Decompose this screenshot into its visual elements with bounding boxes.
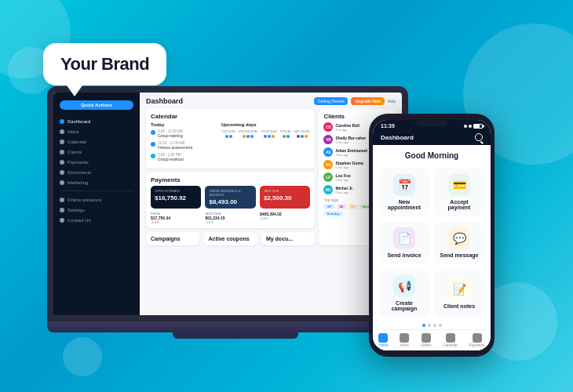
payment-label-owing: OWING BOOKINGS & INVOICES — [209, 189, 251, 197]
nav-payments[interactable]: Payments — [469, 333, 485, 347]
battery-icon — [473, 124, 483, 129]
home-icon — [378, 333, 388, 343]
client-avatar-3: AE — [323, 147, 333, 157]
calendar-icon — [446, 333, 455, 343]
sidebar-item-settings[interactable]: Settings — [53, 205, 140, 215]
help-link[interactable]: Help — [388, 99, 396, 103]
client-avatar-1: CB — [323, 122, 333, 132]
payment-amount-open: $16,750.92 — [155, 194, 197, 201]
cal-day-saturday: SATURDAY — [294, 129, 310, 138]
getting-started-button[interactable]: Getting Started — [314, 97, 349, 105]
sidebar-item-clients[interactable]: Clients — [53, 147, 140, 157]
laptop-base — [47, 321, 424, 332]
notes-icon: 📝 — [448, 278, 470, 300]
invoice-icon: 📄 — [393, 227, 415, 249]
phone-header-title: Dashboard — [381, 134, 414, 141]
documents-card: My docu... — [261, 232, 315, 245]
nav-home[interactable]: Home — [378, 333, 388, 347]
tag-in[interactable]: IN — [337, 204, 346, 209]
topbar-right: Getting Started Upgrade Now Help — [314, 97, 396, 105]
event-dot-3 — [151, 154, 155, 158]
cal-day-wednesday: WEDNESDAY — [239, 129, 258, 138]
phone-greeting: Good Morning — [373, 145, 491, 164]
action-label-invoice: Send invoice — [387, 252, 421, 258]
action-new-appointment[interactable]: 📅 New appointment — [379, 168, 429, 216]
upcoming-column: Upcoming days TUESDAY — [221, 122, 310, 165]
tag-birthday[interactable]: Birthday — [323, 211, 342, 216]
nav-calendar[interactable]: Calendar — [443, 333, 458, 347]
payment-amount-past: $2,500.30 — [264, 194, 306, 201]
search-icon[interactable] — [475, 133, 483, 141]
payment-card-past: PAST DUE $2,500.30 — [260, 186, 310, 209]
phone-actions-grid: 📅 New appointment 💳 Accept payment 📄 Sen… — [373, 164, 491, 321]
event-2: 11:15 - 11:45 AM Fitness assessment — [151, 141, 217, 151]
cal-day-dots-fri — [280, 135, 291, 138]
phone-screen: 11:39 Dashboard Good Morning — [373, 120, 491, 350]
cal-day-name-wed: WEDNESDAY — [239, 129, 258, 133]
sidebar-item-marketing[interactable]: Marketing — [53, 177, 140, 187]
today-column: Today 9:00 - 11:00 AM Group training — [151, 122, 217, 165]
documents-title: My docu... — [266, 236, 310, 241]
calendar-content: Today 9:00 - 11:00 AM Group training — [151, 122, 310, 165]
nav-inbox[interactable]: Inbox — [400, 333, 409, 347]
dashboard: Quick Actions Dashboard Inbox Calendar C… — [53, 93, 402, 315]
sidebar-item-documents[interactable]: Documents — [53, 167, 140, 177]
content-grid: Calendar Today 9:00 - 11:00 AM Group tra… — [146, 109, 396, 245]
page-title: Dashboard — [146, 97, 183, 105]
calendar-days: TUESDAY WEDNESDAY — [221, 129, 310, 138]
payment-sub-3: $465,394.02 +23% — [260, 212, 310, 224]
campaigns-title: Campaigns — [151, 236, 195, 241]
sidebar-item-payments[interactable]: Payments — [53, 157, 140, 167]
page-dots — [373, 321, 491, 329]
sidebar-item-contact[interactable]: Contact Us — [53, 215, 140, 225]
action-label-campaign: Create campaign — [384, 300, 425, 311]
laptop-container: Quick Actions Dashboard Inbox Calendar C… — [47, 86, 424, 353]
phone-time: 11:39 — [381, 123, 395, 129]
payment-label-open: OPEN ESTIMATE — [155, 189, 197, 193]
action-label-notes: Client notes — [443, 303, 475, 309]
tag-tv[interactable]: TV — [348, 204, 358, 209]
cal-day-thursday: THURSDAY — [261, 129, 278, 138]
nav-label-calendar: Calendar — [443, 343, 458, 347]
greeting-text: Good Morning — [381, 151, 483, 160]
action-create-campaign[interactable]: 📢 Create campaign — [379, 269, 429, 318]
event-3: 1:00 - 1:30 PM Group workout — [151, 153, 217, 162]
dot-1 — [422, 324, 425, 327]
clients-icon — [422, 333, 431, 343]
main-content: Dashboard Getting Started Upgrade Now He… — [140, 93, 402, 315]
cal-day-dots-wed — [239, 135, 258, 138]
payment-sub-2: NEXT DUE $01,234.15 +15% — [205, 212, 255, 224]
sidebar-item-inbox[interactable]: Inbox — [53, 126, 140, 136]
sidebar-item-dashboard[interactable]: Dashboard — [53, 116, 140, 126]
cal-day-dots-sat — [294, 135, 310, 138]
cal-day-dots-thu — [261, 135, 278, 138]
wifi-icon — [469, 125, 472, 128]
phone-bottom-nav: Home Inbox Clients Calendar Payments — [373, 329, 491, 350]
sidebar-item-calendar[interactable]: Calendar — [53, 136, 140, 147]
action-client-notes[interactable]: 📝 Client notes — [434, 269, 484, 318]
sidebar: Quick Actions Dashboard Inbox Calendar C… — [53, 93, 140, 315]
event-1: 9:00 - 11:00 AM Group training — [151, 129, 217, 139]
cal-day-name-thu: THURSDAY — [261, 129, 278, 133]
payment-amount-owing: $8,493.00 — [209, 198, 251, 205]
payment-card-open: OPEN ESTIMATE $16,750.92 — [151, 186, 201, 209]
payments-icon — [473, 333, 482, 343]
sidebar-item-online-presence[interactable]: Online presence — [53, 194, 140, 205]
quick-actions-button[interactable]: Quick Actions — [60, 100, 133, 110]
tag-vip[interactable]: VIP — [323, 204, 334, 209]
nav-label-payments: Payments — [469, 343, 485, 347]
action-label-payment: Accept payment — [439, 199, 480, 210]
laptop-screen: Quick Actions Dashboard Inbox Calendar C… — [47, 86, 408, 321]
cal-day-dots-tue — [221, 135, 236, 138]
upgrade-button[interactable]: Upgrade Now — [351, 97, 384, 105]
payments-grid: OPEN ESTIMATE $16,750.92 OWING BOOKINGS … — [151, 186, 310, 209]
action-accept-payment[interactable]: 💳 Accept payment — [434, 168, 484, 216]
nav-clients[interactable]: Clients — [421, 333, 432, 347]
action-send-invoice[interactable]: 📄 Send invoice — [379, 221, 429, 264]
dot-3 — [433, 324, 436, 327]
payment-sub-1: FROM $17,750.34 -1.4% — [151, 212, 201, 224]
topbar: Dashboard Getting Started Upgrade Now He… — [146, 97, 396, 105]
campaigns-card: Campaigns — [146, 232, 199, 245]
action-send-message[interactable]: 💬 Send message — [434, 221, 484, 264]
calendar-section: Calendar Today 9:00 - 11:00 AM Group tra… — [146, 109, 315, 169]
